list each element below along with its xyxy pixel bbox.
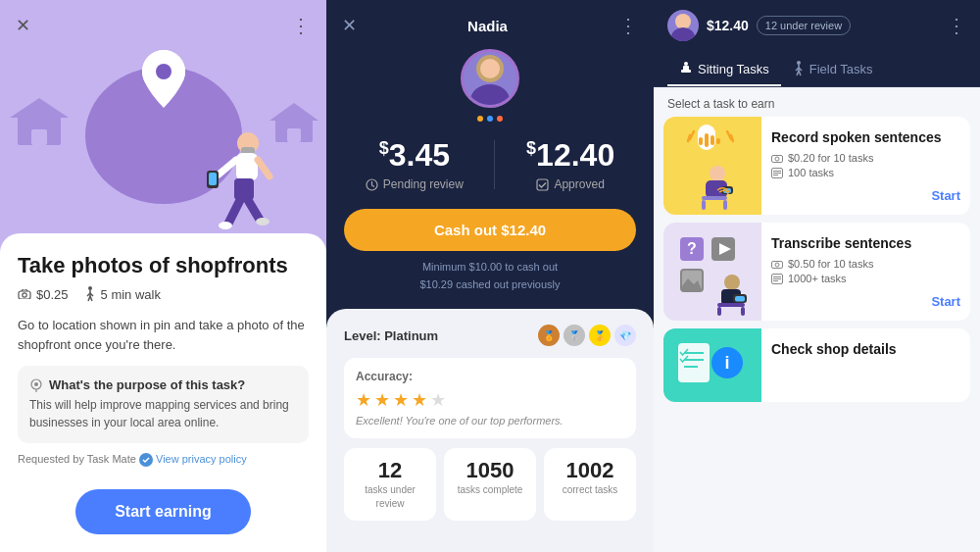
privacy-policy-link[interactable]: View privacy policy (156, 453, 247, 465)
level-row: Level: Platinum 🏅 🥈 🥇 💎 (344, 325, 636, 346)
svg-point-21 (23, 293, 26, 297)
menu-icon[interactable]: ⋮ (291, 14, 311, 37)
panel2-stats: Level: Platinum 🏅 🥈 🥇 💎 Accuracy: ★ ★ ★ … (326, 309, 654, 552)
svg-rect-16 (31, 129, 47, 145)
task-start-record[interactable]: Start (771, 188, 960, 203)
svg-rect-42 (683, 66, 689, 71)
panel-shopfront: ✕ ⋮ (0, 0, 326, 552)
accuracy-label: Accuracy: (356, 370, 624, 383)
task-meta: $0.25 5 min walk (18, 286, 309, 302)
close-icon[interactable]: ✕ (342, 15, 357, 36)
tab-field-tasks[interactable]: Field Tasks (781, 51, 885, 86)
start-earning-button[interactable]: Start earning (75, 489, 251, 534)
panel3-topbar: $12.40 12 under review ⋮ (654, 0, 980, 51)
accuracy-note: Excellent! You're one of our top perform… (356, 415, 624, 427)
svg-point-43 (684, 62, 688, 66)
task-title: Take photos of shopfronts (18, 253, 309, 278)
platinum-medal: 💎 (614, 325, 636, 346)
svg-line-10 (228, 200, 240, 224)
task-available-transcribe: 1000+ tasks (771, 273, 960, 284)
svg-rect-55 (699, 137, 703, 145)
svg-rect-7 (209, 173, 217, 185)
task-start-transcribe[interactable]: Start (771, 294, 960, 309)
medals: 🏅 🥈 🥇 💎 (538, 325, 636, 346)
camera-small-icon2 (771, 260, 783, 269)
task-card-shop[interactable]: i Check shop details (663, 328, 970, 402)
task-card-transcribe[interactable]: ? (663, 223, 970, 321)
panel-earnings: ✕ Nadia ⋮ $3.45 Pending review (326, 0, 654, 552)
tasks-icon2 (771, 274, 783, 284)
shop-task-illustration: i (668, 328, 757, 402)
indicator-dots (477, 116, 503, 122)
task-available-record: 100 tasks (771, 167, 960, 178)
panel-tasks: $12.40 12 under review ⋮ Sitting Tasks F… (654, 0, 980, 552)
svg-point-1 (156, 64, 172, 79)
dot-blue (487, 116, 493, 122)
purpose-title: What's the purpose of this task? (29, 377, 297, 392)
svg-point-87 (775, 263, 779, 267)
svg-point-11 (219, 222, 232, 229)
task-list-subtitle: Select a task to earn (654, 87, 980, 117)
silver-medal: 🥈 (564, 325, 585, 346)
task-card-body-shop: Check shop details (761, 328, 970, 402)
balance-divider (494, 140, 495, 189)
pending-balance: $3.45 Pending review (366, 137, 464, 191)
close-icon[interactable]: ✕ (16, 15, 30, 36)
user-avatar-small (667, 10, 699, 41)
svg-point-29 (34, 382, 38, 386)
approved-balance: $12.40 Approved (526, 137, 614, 191)
house-right-icon (270, 101, 318, 142)
panel1-illustration (0, 37, 326, 233)
balance-section: $3.45 Pending review $12.40 Approved (326, 137, 654, 191)
svg-rect-65 (723, 200, 727, 210)
approved-amount: $12.40 (526, 137, 614, 174)
field-tab-icon (793, 61, 805, 76)
svg-text:?: ? (687, 240, 697, 257)
task-card-record[interactable]: Record spoken sentences $0.20 for 10 tas… (663, 117, 970, 215)
svg-line-5 (219, 160, 236, 175)
svg-line-49 (799, 71, 801, 75)
cashout-note: Minimum $10.00 to cash out $10.29 cashed… (326, 259, 654, 293)
record-task-illustration (668, 120, 757, 213)
svg-line-12 (248, 200, 260, 220)
task-price-transcribe: $0.50 for 10 tasks (771, 258, 960, 270)
stat-number-correct: 1002 (554, 458, 626, 483)
svg-point-79 (724, 275, 740, 290)
svg-point-40 (671, 27, 695, 41)
menu-icon[interactable]: ⋮ (947, 14, 966, 37)
transcribe-task-illustration: ? (668, 226, 757, 319)
menu-icon[interactable]: ⋮ (618, 14, 638, 37)
task-description: Go to location shown in pin and take a p… (18, 316, 309, 354)
check-icon (536, 178, 549, 191)
tab-sitting-tasks[interactable]: Sitting Tasks (667, 51, 781, 86)
panel3-balance: $12.40 (707, 18, 749, 33)
svg-rect-56 (705, 133, 709, 147)
accuracy-section: Accuracy: ★ ★ ★ ★ ★ Excellent! You're on… (344, 358, 636, 438)
camera-small-icon (771, 154, 783, 163)
task-thumb-transcribe: ? (663, 223, 761, 321)
svg-line-27 (90, 296, 92, 301)
stat-label-review: tasks under review (354, 483, 426, 511)
task-price: $0.25 (18, 287, 69, 302)
svg-rect-63 (702, 196, 727, 200)
svg-point-34 (480, 59, 500, 78)
svg-point-33 (470, 84, 510, 108)
clock-icon (366, 178, 378, 191)
approved-label: Approved (536, 177, 604, 191)
location-pin-icon (139, 47, 188, 111)
cashout-button[interactable]: Cash out $12.40 (344, 209, 636, 251)
svg-rect-4 (236, 153, 258, 180)
panel1-content: Take photos of shopfronts $0.25 5 min wa… (0, 233, 326, 552)
svg-rect-64 (702, 200, 706, 210)
stat-number-review: 12 (354, 458, 426, 483)
task-purpose-box: What's the purpose of this task? This wi… (18, 366, 309, 443)
panel1-topbar: ✕ ⋮ (0, 0, 326, 37)
panel2-avatar-section (326, 37, 654, 137)
svg-rect-84 (717, 307, 721, 316)
accuracy-stars: ★ ★ ★ ★ ★ (356, 389, 624, 411)
svg-point-22 (88, 286, 92, 290)
svg-rect-85 (741, 307, 745, 316)
task-card-list: Record spoken sentences $0.20 for 10 tas… (654, 117, 980, 552)
user-avatar (461, 49, 519, 108)
task-title-shop: Check shop details (771, 340, 960, 358)
